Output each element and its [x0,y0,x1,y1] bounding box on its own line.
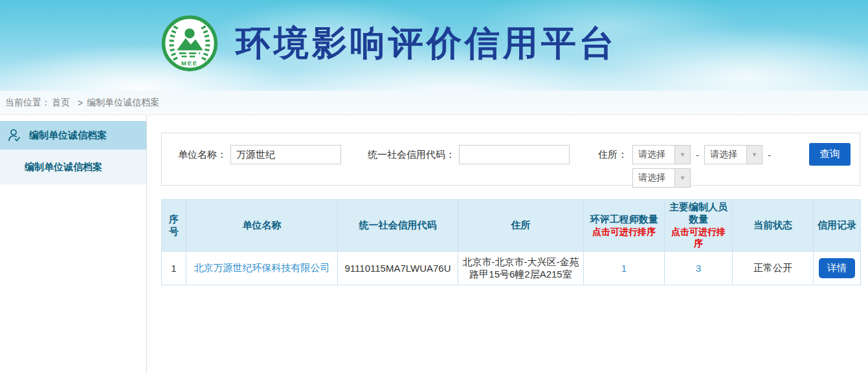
credit-code-field: 统一社会信用代码： [368,145,570,164]
sidebar-item-label: 编制单位诚信档案 [25,161,102,173]
table-row: 1 北京万源世纪环保科技有限公司 91110115MA7LWUA76U 北京市-… [162,252,861,285]
site-title: 环境影响评价信用平台 [236,20,618,67]
col-staff-count-sortable[interactable]: 主要编制人员数量 点击可进行排序 [665,200,733,252]
mee-logo: MEE [161,14,219,72]
breadcrumb-separator: > [78,98,83,108]
credit-code-cell: 91110115MA7LWUA76U [338,252,458,285]
breadcrumb: 当前位置： 首页 > 编制单位诚信档案 [0,91,868,115]
col-address: 住所 [458,200,584,252]
sidebar-group-label: 编制单位诚信档案 [29,129,107,142]
dash-separator: - [696,149,699,160]
brand: MEE 环境影响评价信用平台 [161,14,618,72]
sidebar-item-credit-archive[interactable]: 编制单位诚信档案 [0,149,146,184]
address-district-select[interactable]: 请选择 ▼ [632,168,691,188]
address-province-select[interactable]: 请选择 ▼ [632,145,691,164]
user-check-icon [6,127,22,143]
col-engineer-count-label: 环评工程师数量 [586,214,662,226]
status-cell: 正常公开 [733,252,814,285]
breadcrumb-home-link[interactable]: 首页 [52,97,70,109]
unit-name-label: 单位名称： [178,149,227,161]
address-province-value: 请选择 [633,146,674,164]
credit-code-label: 统一社会信用代码： [368,149,455,161]
unit-name-input[interactable] [230,145,341,164]
dash-separator: - [768,149,771,160]
search-panel: 单位名称： 统一社会信用代码： 住所： 请选择 ▼ - [161,133,860,186]
sort-hint[interactable]: 点击可进行排序 [667,226,729,250]
chevron-down-icon[interactable]: ▼ [746,146,762,164]
unit-name-field: 单位名称： [178,145,341,164]
col-engineer-count-sortable[interactable]: 环评工程师数量 点击可进行排序 [584,200,665,252]
sidebar-group-credit-archive[interactable]: 编制单位诚信档案 [0,121,146,149]
address-field: 住所： 请选择 ▼ - 请选择 ▼ - [598,145,771,188]
col-status: 当前状态 [733,200,814,252]
col-index: 序号 [162,200,186,252]
row-index: 1 [162,252,186,285]
mee-logo-text: MEE [181,60,198,67]
address-label: 住所： [598,149,627,161]
table-header-row: 序号 单位名称 统一社会信用代码 住所 环评工程师数量 点击可进行排序 主要编制… [162,200,861,252]
breadcrumb-label: 当前位置： [5,97,50,109]
col-unit-name: 单位名称 [186,200,338,252]
col-credit-record: 信用记录 [814,200,861,252]
col-credit-code: 统一社会信用代码 [338,200,458,252]
sort-hint[interactable]: 点击可进行排序 [586,226,662,238]
address-city-value: 请选择 [705,146,746,164]
detail-button[interactable]: 详情 [819,258,855,278]
engineer-count-link[interactable]: 1 [621,263,627,274]
results-table: 序号 单位名称 统一社会信用代码 住所 环评工程师数量 点击可进行排序 主要编制… [161,199,861,285]
sidebar: 编制单位诚信档案 编制单位诚信档案 [0,115,147,373]
chevron-down-icon[interactable]: ▼ [674,146,690,164]
breadcrumb-current: 编制单位诚信档案 [87,97,159,109]
credit-code-input[interactable] [459,145,570,164]
address-district-value: 请选择 [633,169,674,187]
address-cell: 北京市-北京市-大兴区-金苑路甲15号6幢2层A215室 [458,252,584,285]
chevron-down-icon[interactable]: ▼ [674,169,690,187]
staff-count-link[interactable]: 3 [696,263,701,274]
address-city-select[interactable]: 请选择 ▼ [704,145,762,164]
page-body: 编制单位诚信档案 编制单位诚信档案 单位名称： 统一社会信用代码： 住所： 请选 [0,115,868,373]
col-staff-count-label: 主要编制人员数量 [667,201,729,226]
main-content: 单位名称： 统一社会信用代码： 住所： 请选择 ▼ - [147,115,868,373]
query-button[interactable]: 查询 [809,143,851,166]
site-header: MEE 环境影响评价信用平台 [0,0,868,91]
unit-name-link[interactable]: 北京万源世纪环保科技有限公司 [194,262,330,273]
